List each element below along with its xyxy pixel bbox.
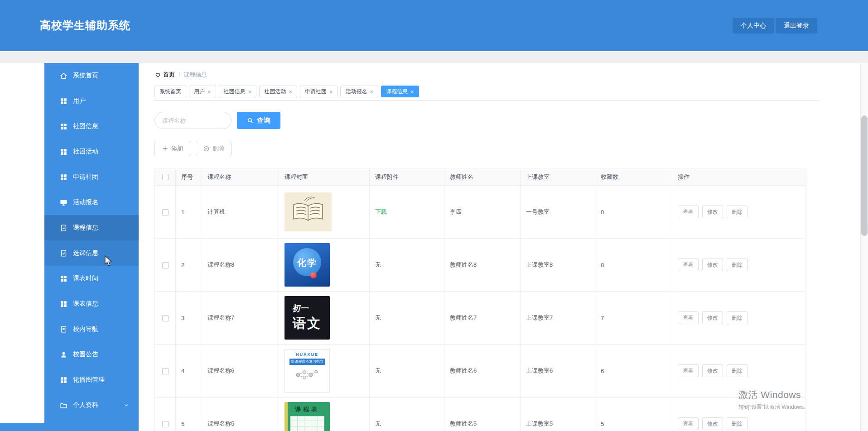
- column-header: 课程封面: [279, 168, 370, 186]
- tab-close-icon[interactable]: ×: [289, 89, 292, 95]
- table-row: 1计算机下载李四一号教室0查看修改删除: [155, 186, 805, 239]
- view-button[interactable]: 查看: [678, 259, 699, 271]
- cell-index: 5: [176, 397, 202, 431]
- column-header: 操作: [672, 168, 805, 186]
- attachment-none-text: 无: [375, 420, 381, 427]
- row-checkbox[interactable]: [162, 262, 169, 268]
- monitor-icon: [60, 199, 68, 206]
- query-button[interactable]: 查询: [237, 112, 280, 129]
- row-checkbox[interactable]: [162, 315, 169, 321]
- cell-favorites-count: 0: [595, 186, 672, 239]
- delete-selected-button[interactable]: 删除: [196, 141, 231, 156]
- sidebar-item-club-info[interactable]: 社团信息: [44, 114, 139, 139]
- sidebar-item-timetable-info[interactable]: 课表信息: [44, 291, 139, 316]
- tab-close-icon[interactable]: ×: [207, 89, 211, 95]
- cell-classroom: 上课教室6: [521, 345, 595, 397]
- sidebar-item-club-apply[interactable]: 申请社团: [44, 164, 139, 190]
- tab-club-info[interactable]: 社团信息×: [219, 86, 257, 97]
- sidebar-item-activity-signup[interactable]: 活动报名: [44, 190, 139, 215]
- cell-row-actions: 查看修改删除: [672, 239, 805, 292]
- vertical-scrollbar[interactable]: [860, 63, 868, 431]
- view-button[interactable]: 查看: [678, 206, 699, 218]
- cell-favorites-count: 7: [595, 292, 672, 345]
- sidebar-item-course-selection[interactable]: 选课信息: [44, 240, 139, 266]
- delete-button[interactable]: 删除: [727, 206, 747, 218]
- attachment-none-text: 无: [375, 261, 381, 268]
- header-actions: 个人中心退出登录: [733, 18, 817, 34]
- tab-label: 系统首页: [159, 88, 181, 96]
- sidebar-item-label: 校园公告: [73, 350, 130, 359]
- cell-favorites-count: 8: [595, 239, 672, 292]
- sidebar-item-users[interactable]: 用户: [44, 88, 139, 114]
- sidebar-item-timetable-time[interactable]: 课表时间: [44, 266, 139, 291]
- grid-icon: [60, 376, 68, 384]
- delete-button-label: 删除: [212, 144, 224, 153]
- sidebar-item-label: 课程信息: [73, 224, 130, 232]
- tab-club-apply[interactable]: 申请社团×: [300, 86, 338, 97]
- main-content: 首页 / 课程信息 系统首页用户×社团信息×社团活动×申请社团×活动报名×课程信…: [139, 63, 860, 431]
- document-icon: [60, 326, 68, 333]
- document-check-icon: [60, 249, 68, 257]
- row-checkbox[interactable]: [162, 209, 169, 216]
- sidebar-item-label: 社团活动: [73, 148, 130, 156]
- cell-index: 3: [176, 292, 202, 345]
- view-button[interactable]: 查看: [678, 311, 699, 324]
- row-checkbox[interactable]: [162, 368, 169, 374]
- edit-button[interactable]: 修改: [702, 206, 723, 218]
- breadcrumb-home[interactable]: 首页: [163, 71, 175, 79]
- grid-icon: [60, 300, 68, 308]
- tab-close-icon[interactable]: ×: [410, 89, 414, 95]
- sidebar-item-label: 校内导航: [73, 325, 130, 333]
- tab-club-activity[interactable]: 社团活动×: [259, 86, 297, 97]
- delete-button[interactable]: 删除: [727, 311, 747, 324]
- sidebar-item-club-activity[interactable]: 社团活动: [44, 139, 139, 164]
- sidebar-item-personal-profile[interactable]: 个人资料: [44, 393, 139, 418]
- cell-favorites-count: 6: [595, 345, 672, 397]
- tab-home[interactable]: 系统首页: [154, 86, 186, 97]
- scrollbar-thumb[interactable]: [861, 115, 868, 236]
- select-all-checkbox[interactable]: [162, 174, 169, 180]
- sidebar-item-campus-announcement[interactable]: 校园公告: [44, 342, 139, 367]
- grid-icon: [60, 148, 68, 156]
- cell-teacher-name: 教师姓名5: [444, 397, 521, 431]
- personal-center-button[interactable]: 个人中心: [733, 18, 774, 34]
- view-button[interactable]: 查看: [678, 364, 699, 377]
- tab-close-icon[interactable]: ×: [248, 89, 252, 95]
- tab-activity-signup[interactable]: 活动报名×: [340, 86, 378, 97]
- sidebar-item-home[interactable]: 系统首页: [44, 63, 139, 88]
- tab-users[interactable]: 用户×: [189, 86, 216, 97]
- edit-button[interactable]: 修改: [702, 417, 723, 430]
- download-link[interactable]: 下载: [375, 208, 387, 215]
- tab-close-icon[interactable]: ×: [329, 89, 333, 95]
- edit-button[interactable]: 修改: [702, 311, 723, 324]
- logout-button[interactable]: 退出登录: [776, 18, 817, 34]
- cell-row-actions: 查看修改删除: [672, 345, 805, 397]
- course-cover-image: [285, 192, 332, 231]
- app-title: 高校学生辅助系统: [40, 18, 130, 33]
- sidebar-item-campus-navigation[interactable]: 校内导航: [44, 316, 139, 342]
- sidebar-item-course-info[interactable]: 课程信息: [44, 215, 139, 240]
- edit-button[interactable]: 修改: [702, 364, 723, 377]
- column-header: 收藏数: [595, 168, 672, 186]
- breadcrumb-separator: /: [178, 72, 180, 78]
- cell-favorites-count: 5: [595, 397, 672, 431]
- course-name-input[interactable]: [154, 112, 231, 129]
- delete-button[interactable]: 删除: [727, 259, 747, 271]
- cell-course-cover: 课程表: [279, 397, 370, 431]
- tab-close-icon[interactable]: ×: [370, 89, 373, 95]
- cell-index: 2: [176, 239, 202, 292]
- sidebar-item-carousel-management[interactable]: 轮播图管理: [44, 367, 139, 393]
- search-icon: [247, 117, 254, 124]
- delete-button[interactable]: 删除: [727, 417, 747, 430]
- user-icon: [60, 351, 68, 359]
- tab-label: 社团活动: [264, 88, 286, 96]
- grid-icon: [60, 123, 68, 130]
- view-button[interactable]: 查看: [678, 417, 699, 430]
- edit-button[interactable]: 修改: [702, 259, 723, 271]
- tab-course-info[interactable]: 课程信息×: [381, 86, 419, 97]
- row-checkbox[interactable]: [162, 421, 169, 427]
- grid-icon: [60, 275, 68, 283]
- cell-row-actions: 查看修改删除: [672, 186, 805, 239]
- delete-button[interactable]: 删除: [727, 364, 747, 377]
- add-button[interactable]: 添加: [154, 141, 190, 156]
